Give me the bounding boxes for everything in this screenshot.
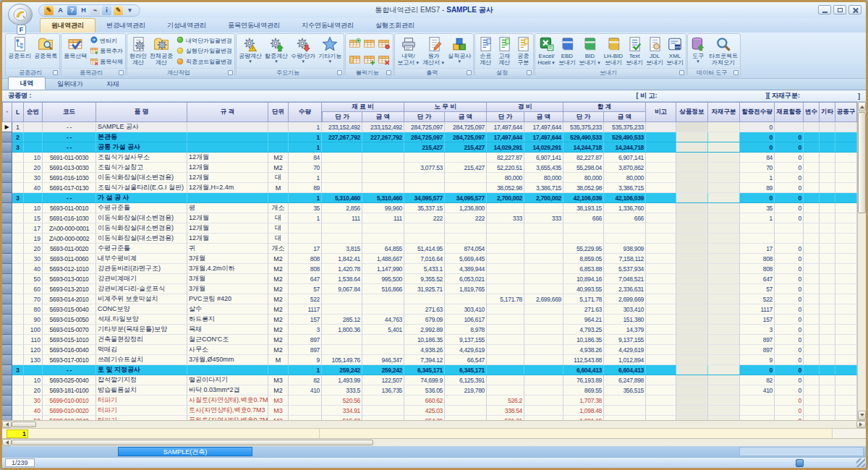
cell-lab-amount[interactable]: 284,725,097 bbox=[445, 122, 487, 132]
ribbon-button-BID-보내기[interactable]: BID보내기▼ bbox=[577, 35, 603, 68]
cell-lab-amount[interactable] bbox=[445, 406, 487, 416]
cell-lab-amount[interactable] bbox=[445, 223, 487, 234]
cell-product-info[interactable] bbox=[676, 203, 708, 213]
cell-qty[interactable]: 897 bbox=[289, 335, 322, 345]
cell-mat-unitprice[interactable]: 1,493.99 bbox=[322, 375, 362, 385]
cell-pre-surcharge-qty[interactable]: 35 bbox=[740, 203, 775, 213]
cell-code[interactable]: - - bbox=[43, 193, 96, 203]
cell-mat-surcharge[interactable]: 0 bbox=[775, 406, 804, 416]
cell-product-info[interactable] bbox=[676, 274, 708, 284]
cell-code[interactable]: 5693-015-1010 bbox=[43, 335, 96, 345]
cell-pre-surcharge-qty[interactable]: 70 bbox=[740, 163, 775, 173]
cell-level[interactable] bbox=[12, 163, 24, 173]
cell-lab-unitprice[interactable]: 7,394.12 bbox=[404, 355, 445, 365]
cell-remark[interactable] bbox=[646, 264, 676, 274]
cell-unit[interactable]: 대 bbox=[268, 223, 289, 234]
cell-unit[interactable] bbox=[268, 142, 289, 153]
cell-exp-amount[interactable] bbox=[524, 345, 563, 355]
cell-var[interactable] bbox=[804, 153, 820, 163]
cell-remark[interactable] bbox=[646, 132, 676, 142]
cell-mat-amount[interactable]: 233,152,492 bbox=[362, 122, 404, 132]
cell-pre-surcharge-qty[interactable]: 897 bbox=[740, 335, 775, 345]
cell-level[interactable] bbox=[12, 244, 24, 254]
horizontal-scrollbar-grid[interactable] bbox=[2, 420, 866, 428]
cell-tot-amount[interactable] bbox=[604, 234, 646, 244]
cell-name[interactable]: 조립식가설울타리(E.G.I 철판) bbox=[96, 183, 187, 193]
cell-qty[interactable]: 1 bbox=[289, 365, 322, 375]
col-header-product[interactable]: 상품정보 bbox=[676, 102, 708, 122]
cell-unit[interactable]: M3 bbox=[268, 375, 289, 385]
cell-product-info[interactable] bbox=[676, 254, 708, 264]
col-header-tot-amount[interactable]: 금 액 bbox=[604, 112, 646, 122]
cell-exp-amount[interactable] bbox=[524, 375, 563, 385]
cell-qty[interactable]: 1117 bbox=[289, 304, 322, 315]
cell-mat-unitprice[interactable]: 1,538.64 bbox=[322, 274, 362, 284]
cell-exp-unitprice[interactable]: 17,497,644 bbox=[487, 122, 524, 132]
font-icon[interactable]: A bbox=[56, 6, 65, 15]
cell-product-info[interactable] bbox=[676, 335, 708, 345]
cell-product-info[interactable] bbox=[676, 132, 708, 142]
cell-wtype[interactable] bbox=[835, 244, 857, 254]
cell-product-info[interactable] bbox=[676, 163, 708, 173]
cell-product-info[interactable] bbox=[676, 355, 708, 365]
cell-product-info[interactable] bbox=[676, 244, 708, 254]
cell-mat-unitprice[interactable]: 233,152,492 bbox=[322, 122, 362, 132]
cell-name[interactable]: SAMPLE 공사 bbox=[96, 122, 187, 132]
cell-lab-unitprice[interactable]: 284,725,097 bbox=[404, 122, 445, 132]
cell-seq[interactable]: 110 bbox=[24, 335, 43, 345]
cell-lab-unitprice[interactable] bbox=[404, 183, 445, 193]
cell-wtype[interactable] bbox=[835, 385, 857, 396]
cell-etc[interactable] bbox=[820, 284, 835, 294]
cell-exp-amount[interactable]: 80,000 bbox=[524, 173, 563, 183]
cell-tot-unitprice[interactable]: 5,171.78 bbox=[563, 294, 604, 304]
cell-lab-unitprice[interactable] bbox=[404, 223, 445, 234]
cell-mat-amount[interactable] bbox=[362, 183, 404, 193]
cell-level[interactable] bbox=[12, 213, 24, 223]
vertical-scroll-thumb[interactable] bbox=[858, 112, 866, 213]
row-indicator[interactable] bbox=[2, 335, 12, 345]
cell-exp-amount[interactable] bbox=[524, 304, 563, 315]
cell-name[interactable]: 이동식화장실(대소변겸용) bbox=[96, 234, 187, 244]
cell-var[interactable] bbox=[804, 274, 820, 284]
cell-seq[interactable]: 120 bbox=[24, 345, 43, 355]
wrench-icon[interactable]: ⌁ bbox=[90, 6, 100, 15]
cell-mat-type[interactable] bbox=[708, 173, 740, 183]
cell-qty[interactable]: 35 bbox=[289, 203, 322, 213]
cell-name[interactable]: 조립식가설창고 bbox=[96, 163, 187, 173]
cell-lab-unitprice[interactable] bbox=[404, 173, 445, 183]
col-header-remark[interactable]: 비고 bbox=[646, 102, 676, 122]
cell-unit[interactable] bbox=[268, 132, 289, 142]
active-cell-value[interactable]: 1 bbox=[7, 430, 28, 438]
cell-exp-unitprice[interactable] bbox=[487, 244, 524, 254]
cell-product-info[interactable] bbox=[676, 284, 708, 294]
cell-name[interactable]: 수평규준틀 bbox=[96, 244, 187, 254]
cell-spec[interactable]: 떨공이다지기 bbox=[187, 375, 268, 385]
cell-mat-unitprice[interactable] bbox=[322, 163, 362, 173]
cell-wtype[interactable] bbox=[835, 304, 857, 315]
cell-etc[interactable] bbox=[820, 335, 835, 345]
cell-exp-amount[interactable]: 17,497,644 bbox=[524, 122, 563, 132]
cell-product-info[interactable] bbox=[676, 325, 708, 335]
horizontal-scrollbar-edit[interactable] bbox=[2, 438, 866, 446]
cell-tot-unitprice[interactable]: 271.63 bbox=[563, 304, 604, 315]
cell-lab-unitprice[interactable] bbox=[404, 153, 445, 163]
cell-etc[interactable] bbox=[820, 122, 835, 132]
cell-code[interactable]: ZA00-000-0001 bbox=[43, 223, 96, 234]
cell-mat-type[interactable] bbox=[708, 365, 740, 375]
cell-name[interactable]: 터파기 bbox=[96, 406, 187, 416]
scroll-left2-icon[interactable] bbox=[2, 439, 12, 446]
cell-etc[interactable] bbox=[820, 213, 835, 223]
cell-var[interactable] bbox=[804, 132, 820, 142]
cell-lab-amount[interactable]: 6,345,171 bbox=[445, 365, 487, 375]
cell-code[interactable]: 5693-015-0040 bbox=[43, 304, 96, 315]
cell-pre-surcharge-qty[interactable]: 647 bbox=[740, 274, 775, 284]
cell-wtype[interactable] bbox=[835, 284, 857, 294]
cell-remark[interactable] bbox=[646, 375, 676, 385]
cell-etc[interactable] bbox=[820, 183, 835, 193]
cell-pre-surcharge-qty[interactable]: 17 bbox=[740, 244, 775, 254]
cell-spec[interactable]: 토사(자연상태),백호0.7M3 bbox=[187, 406, 268, 416]
cell-wtype[interactable] bbox=[835, 193, 857, 203]
cell-lab-amount[interactable]: 106,617 bbox=[445, 315, 487, 325]
cell-qty[interactable]: 70 bbox=[289, 163, 322, 173]
row-indicator[interactable] bbox=[2, 365, 12, 375]
